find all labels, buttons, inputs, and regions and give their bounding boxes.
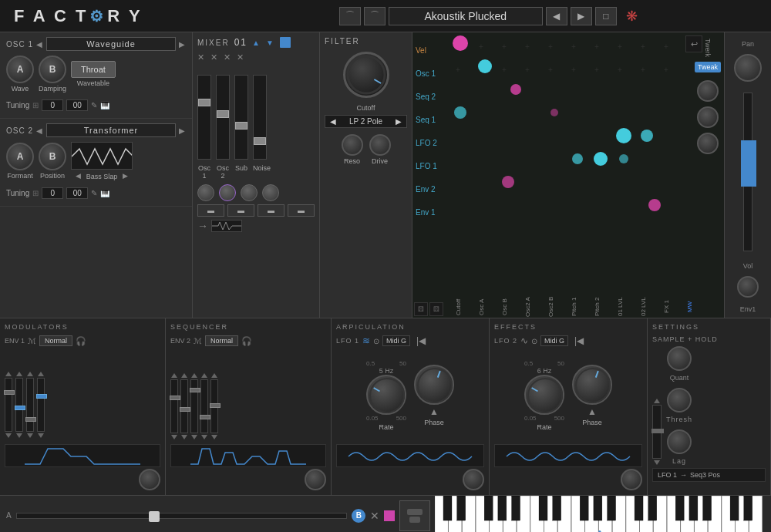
filter-cutoff-knob[interactable] bbox=[343, 52, 389, 98]
piano-keyboard[interactable] bbox=[435, 496, 765, 533]
seq-fader-3-up[interactable] bbox=[191, 373, 197, 378]
seq-fader-3-track[interactable] bbox=[190, 379, 198, 433]
seq-fader-4-up[interactable] bbox=[201, 373, 207, 378]
pan-osc2[interactable] bbox=[219, 184, 236, 201]
env1-fader-a-track[interactable] bbox=[5, 378, 12, 432]
seq-fader-5-track[interactable] bbox=[210, 379, 218, 433]
env1-morph-icon[interactable]: ℳ bbox=[28, 337, 36, 345]
mute-osc2[interactable]: ✕ bbox=[210, 52, 217, 62]
osc2-tuning-edit[interactable]: ✎ bbox=[91, 189, 97, 197]
sh-fader-track[interactable] bbox=[652, 405, 662, 459]
matrix-dice-btn2[interactable]: ⚄ bbox=[429, 302, 443, 316]
twerk-knob3[interactable] bbox=[697, 133, 719, 154]
env1-fader-d-track[interactable] bbox=[37, 378, 45, 432]
osc1-next[interactable]: ▶ bbox=[179, 40, 186, 49]
osc1-knob-a[interactable]: A bbox=[6, 56, 34, 83]
osc2-knob-a[interactable]: A bbox=[6, 143, 34, 170]
morph-thumb[interactable] bbox=[149, 511, 160, 522]
ch-btn-1[interactable]: ▬ bbox=[197, 204, 224, 217]
mixer-fader-osc1[interactable] bbox=[197, 75, 211, 160]
osc2-prev[interactable]: ◀ bbox=[36, 126, 43, 135]
twerk-knob2[interactable] bbox=[697, 106, 719, 128]
filter-type-next[interactable]: ▶ bbox=[396, 117, 402, 126]
seq-fader-4-track[interactable] bbox=[200, 379, 208, 433]
mixer-fader-noise[interactable] bbox=[253, 75, 267, 160]
env1-fader-a-down[interactable] bbox=[5, 433, 12, 438]
matrix-return-btn[interactable]: ↩ bbox=[685, 35, 702, 52]
osc1-knob-b[interactable]: B bbox=[39, 56, 66, 83]
morph-pad[interactable] bbox=[399, 500, 430, 531]
env2-type-btn[interactable]: Normal bbox=[205, 335, 238, 346]
osc1-type[interactable]: Waveguide bbox=[46, 37, 176, 51]
ch-btn-3[interactable]: ▬ bbox=[258, 204, 284, 217]
seq-fader-1-down[interactable] bbox=[171, 435, 177, 439]
lfo2-mini-knob[interactable] bbox=[621, 469, 642, 490]
mixer-fader-sub[interactable] bbox=[234, 75, 248, 160]
mixer-arrow-icon[interactable]: → bbox=[197, 220, 208, 232]
osc2-knob-b[interactable]: B bbox=[39, 143, 66, 170]
env1-mini-knob[interactable] bbox=[139, 469, 160, 490]
mixer-up[interactable]: ▲ bbox=[252, 39, 261, 47]
lfo2-rate-knob[interactable] bbox=[524, 375, 564, 415]
osc2-waveform-next[interactable]: ▶ bbox=[123, 172, 128, 180]
env1-fader-c-track[interactable] bbox=[26, 378, 34, 432]
osc2-tuning-grid-icon[interactable]: ⊞ bbox=[32, 189, 39, 197]
osc1-tuning-edit[interactable]: ✎ bbox=[91, 101, 97, 109]
preset-arc-left[interactable]: ⌒ bbox=[339, 7, 361, 25]
lfo1-reset-btn[interactable]: |◀ bbox=[416, 335, 426, 346]
env2-morph-icon[interactable]: ℳ bbox=[194, 337, 202, 345]
seq-fader-4-down[interactable] bbox=[201, 435, 207, 439]
seq-mini-knob[interactable] bbox=[305, 469, 326, 490]
preset-name[interactable]: Akoustik Plucked bbox=[389, 7, 543, 25]
env1-fader-c-up[interactable] bbox=[27, 372, 33, 376]
mute-sub[interactable]: ✕ bbox=[224, 52, 231, 62]
mute-noise[interactable]: ✕ bbox=[237, 52, 244, 62]
lfo2-phase-knob[interactable] bbox=[572, 365, 612, 405]
env1-fader-d-down[interactable] bbox=[38, 433, 44, 438]
morph-pink-sq[interactable] bbox=[384, 510, 395, 521]
mixer-output[interactable] bbox=[211, 220, 242, 232]
osc1-tuning-fine[interactable] bbox=[66, 99, 88, 111]
mute-osc1[interactable]: ✕ bbox=[197, 52, 204, 62]
filter-type-selector[interactable]: ◀ LP 2 Pole ▶ bbox=[325, 115, 407, 128]
env1-fader-b-up[interactable] bbox=[16, 372, 22, 376]
seq-fader-2-up[interactable] bbox=[181, 373, 187, 378]
env1-fader-b-track[interactable] bbox=[15, 378, 23, 432]
env1-headphone[interactable]: 🎧 bbox=[76, 336, 86, 346]
osc1-tuning-grid-icon[interactable]: ⊞ bbox=[32, 101, 39, 109]
sh-fader-up[interactable] bbox=[654, 399, 660, 403]
preset-prev[interactable]: ◀ bbox=[546, 7, 567, 25]
osc2-type[interactable]: Transformer bbox=[46, 123, 176, 137]
preset-next[interactable]: ▶ bbox=[571, 7, 592, 25]
morph-slider[interactable] bbox=[16, 513, 348, 519]
lfo1-clock-icon[interactable]: ⊙ bbox=[373, 337, 379, 345]
pan-knob[interactable] bbox=[734, 54, 762, 82]
tweak-button[interactable]: Tweak bbox=[695, 62, 721, 72]
seq-fader-1-track[interactable] bbox=[170, 379, 178, 433]
osc2-waveform-prev[interactable]: ◀ bbox=[76, 172, 81, 180]
pan-sub[interactable] bbox=[241, 184, 258, 201]
matrix-dice-btn1[interactable]: ⚄ bbox=[414, 302, 428, 316]
mixer-fader-osc2[interactable] bbox=[216, 75, 230, 160]
pan-osc1[interactable] bbox=[197, 184, 214, 201]
env1-fader-c-down[interactable] bbox=[27, 433, 33, 438]
vol-fader-thumb[interactable] bbox=[741, 140, 756, 187]
lag-knob[interactable] bbox=[667, 429, 692, 454]
lfo1-mini-knob[interactable] bbox=[463, 469, 484, 490]
env1-fader-d-up[interactable] bbox=[38, 372, 44, 376]
seq-fader-2-track[interactable] bbox=[180, 379, 188, 433]
preset-arc-right[interactable]: ⌒ bbox=[364, 7, 386, 25]
preset-save[interactable]: □ bbox=[595, 7, 617, 25]
ch-btn-4[interactable]: ▬ bbox=[288, 204, 315, 217]
filter-reso-knob[interactable] bbox=[342, 134, 363, 156]
lfo1-type[interactable]: Midi G bbox=[382, 335, 410, 346]
osc1-prev[interactable]: ◀ bbox=[36, 40, 43, 49]
mixer-active-sq[interactable] bbox=[280, 37, 291, 48]
seq-fader-3-down[interactable] bbox=[191, 435, 197, 439]
osc2-tuning-fine[interactable] bbox=[66, 187, 88, 199]
filter-drive-knob[interactable] bbox=[369, 134, 391, 156]
vol-fader-track[interactable] bbox=[743, 93, 752, 251]
seq-fader-5-up[interactable] bbox=[211, 373, 217, 378]
seq-fader-2-down[interactable] bbox=[181, 435, 187, 439]
sh-fader-down[interactable] bbox=[654, 460, 660, 465]
